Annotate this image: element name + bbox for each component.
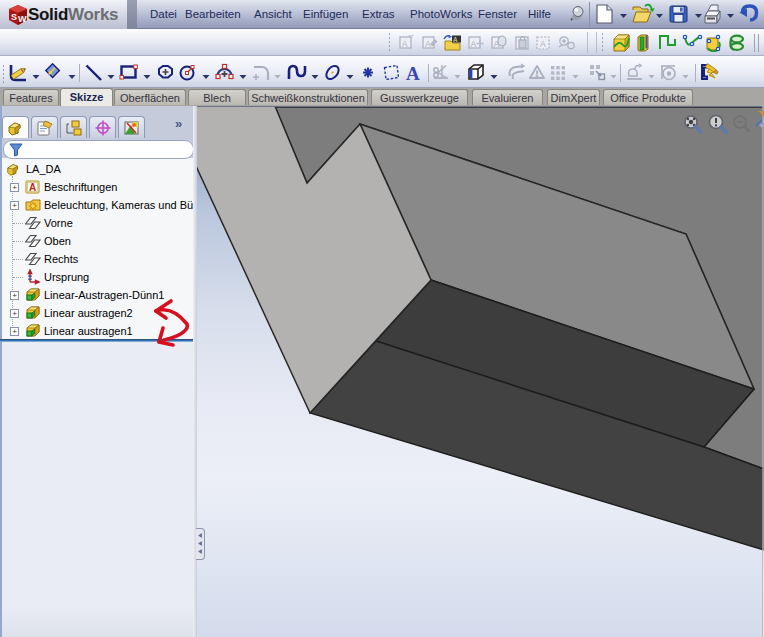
svg-text:A: A xyxy=(453,36,458,43)
svg-text:A: A xyxy=(402,39,408,49)
svg-text:A: A xyxy=(29,182,36,193)
svg-text:A: A xyxy=(406,63,420,83)
svg-text:A: A xyxy=(425,39,431,49)
svg-text:A: A xyxy=(540,39,546,49)
svg-text:A: A xyxy=(471,39,477,49)
